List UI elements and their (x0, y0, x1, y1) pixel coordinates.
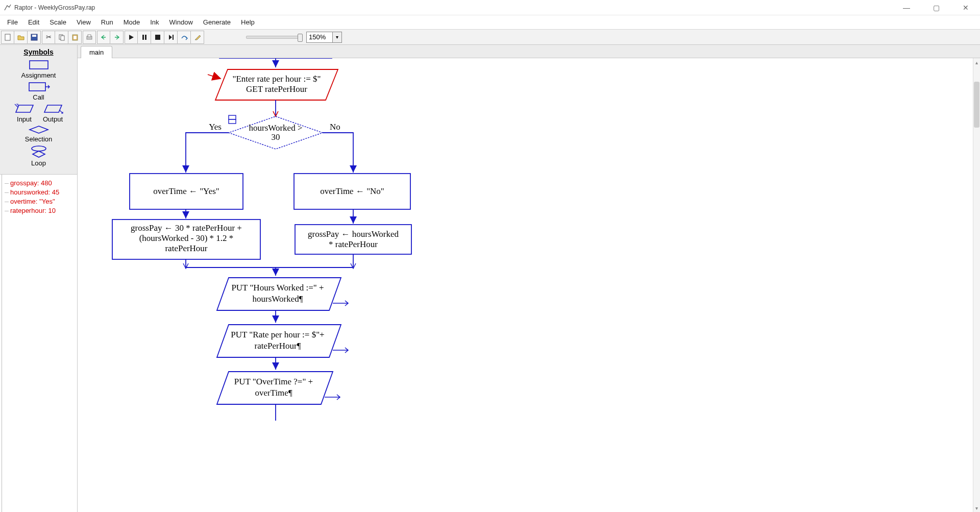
flow-output-rateperhour-t1: PUT "Rate per hour := $"+ (231, 330, 324, 339)
flow-decision-text1: hoursWorked > (249, 123, 302, 133)
var-hoursworked: hoursworked: 45 (3, 188, 74, 197)
flow-input-text2: GET ratePerHour (246, 84, 307, 94)
symbols-title: Symbols (2, 48, 75, 56)
flow-output-hoursworked-t2: hoursWorked¶ (253, 294, 303, 304)
flow-assign-grosspay-yes-t3: ratePerHour (165, 243, 207, 253)
scroll-thumb[interactable] (974, 82, 979, 128)
svg-rect-14 (29, 83, 45, 91)
window-title: Raptor - WeeklyGrossPay.rap (14, 4, 896, 11)
close-button[interactable]: ✕ (955, 4, 976, 12)
flow-assign-overtime-yes-text: overTime ← "Yes" (153, 186, 219, 196)
undo-button[interactable] (97, 31, 110, 44)
symbol-call-label: Call (33, 93, 44, 101)
flow-input-text1: "Enter rate per hour := $" (232, 74, 321, 84)
flow-assign-grosspay-yes-t2: (hoursWorked - 30) * 1.2 * (139, 233, 234, 243)
menu-view[interactable]: View (71, 16, 96, 28)
run-button[interactable] (125, 31, 138, 44)
svg-rect-2 (32, 35, 36, 37)
scroll-up-icon[interactable]: ▴ (973, 58, 980, 66)
scroll-down-icon[interactable]: ▾ (973, 504, 980, 512)
svg-rect-11 (155, 35, 160, 40)
step-button[interactable] (164, 31, 178, 44)
tabstrip: main (78, 45, 980, 58)
workspace: Symbols Assignment Call Input Output (0, 45, 980, 512)
svg-rect-6 (74, 36, 77, 39)
menu-run[interactable]: Run (96, 16, 118, 28)
paste-button[interactable] (68, 31, 82, 44)
menu-help[interactable]: Help (236, 16, 260, 28)
flow-output-overtime-t1: PUT "OverTime ?=" + (234, 377, 313, 386)
symbols-panel: Symbols Assignment Call Input Output (0, 45, 77, 175)
pencil-button[interactable] (191, 31, 204, 44)
flow-decision-text2: 30 (272, 132, 280, 142)
flow-assign-grosspay-no-t2: * ratePerHour (329, 239, 378, 249)
symbol-loop-label: Loop (31, 159, 46, 167)
symbol-output[interactable]: Output (42, 103, 64, 123)
var-overtime: overtime: "Yes" (3, 197, 74, 206)
symbol-output-label: Output (43, 115, 63, 123)
symbol-selection[interactable]: Selection (2, 125, 75, 143)
window-controls: — ▢ ✕ (896, 4, 976, 12)
var-grosspay: grosspay: 480 (3, 179, 74, 188)
pause-button[interactable] (138, 31, 151, 44)
svg-rect-13 (30, 61, 48, 69)
svg-rect-12 (173, 35, 174, 40)
symbol-loop[interactable]: Loop (2, 145, 75, 167)
svg-point-15 (32, 146, 46, 151)
var-rateperhour: rateperhour: 10 (3, 206, 74, 215)
zoom-dropdown[interactable]: ▾ (333, 32, 342, 43)
flowchart-canvas[interactable]: "Enter rate per hour := $" GET ratePerHo… (78, 58, 973, 512)
menu-mode[interactable]: Mode (118, 16, 145, 28)
speed-slider[interactable] (246, 36, 302, 39)
zoom-value[interactable]: 150% (306, 32, 333, 43)
symbol-selection-label: Selection (25, 135, 52, 143)
symbol-assignment-label: Assignment (21, 71, 56, 79)
menu-scale[interactable]: Scale (44, 16, 71, 28)
flow-output-hoursworked-t1: PUT "Hours Worked :=" + (231, 283, 324, 292)
svg-rect-9 (142, 35, 144, 40)
vertical-scrollbar[interactable]: ▴ ▾ (973, 58, 980, 512)
flow-assign-grosspay-yes-t1: grossPay ← 30 * ratePerHour + (131, 223, 242, 233)
svg-rect-21 (229, 119, 236, 124)
print-button[interactable] (83, 31, 96, 44)
titlebar: Raptor - WeeklyGrossPay.rap — ▢ ✕ (0, 0, 980, 15)
flow-assign-overtime-no-text: overTime ← "No" (320, 186, 384, 196)
variables-panel: grosspay: 480 hoursworked: 45 overtime: … (0, 175, 77, 512)
svg-rect-4 (61, 36, 64, 40)
menubar: File Edit Scale View Run Mode Ink Window… (0, 15, 980, 30)
minimize-button[interactable]: — (896, 4, 917, 12)
new-button[interactable] (1, 31, 14, 44)
redo-button[interactable] (110, 31, 124, 44)
flow-output-rateperhour-t2: ratePerHour¶ (255, 341, 301, 351)
flow-label-yes: Yes (209, 122, 222, 132)
menu-ink[interactable]: Ink (145, 16, 164, 28)
menu-file[interactable]: File (2, 16, 23, 28)
save-button[interactable] (28, 31, 41, 44)
cut-button[interactable]: ✂ (42, 31, 55, 44)
menu-generate[interactable]: Generate (198, 16, 236, 28)
copy-button[interactable] (55, 31, 68, 44)
menu-window[interactable]: Window (164, 16, 198, 28)
canvas-area: main "Enter (78, 45, 980, 512)
svg-rect-10 (145, 35, 146, 40)
symbol-input-label: Input (17, 115, 32, 123)
open-button[interactable] (14, 31, 28, 44)
tab-main[interactable]: main (81, 46, 112, 58)
flow-assign-grosspay-no-t1: grossPay ← hoursWorked (308, 229, 399, 239)
svg-rect-19 (229, 115, 236, 119)
menu-edit[interactable]: Edit (23, 16, 44, 28)
step-over-button[interactable] (178, 31, 191, 44)
app-logo-icon (4, 4, 11, 11)
toolbar: ✂ 150% ▾ (0, 30, 980, 45)
slider-thumb[interactable] (298, 34, 303, 42)
stop-button[interactable] (151, 31, 164, 44)
flow-label-no: No (330, 122, 340, 132)
symbol-call[interactable]: Call (2, 81, 75, 101)
svg-rect-0 (5, 34, 10, 40)
maximize-button[interactable]: ▢ (926, 4, 946, 12)
symbol-input[interactable]: Input (14, 103, 35, 123)
svg-rect-8 (88, 35, 91, 37)
scroll-track[interactable] (973, 66, 980, 504)
symbol-assignment[interactable]: Assignment (2, 59, 75, 79)
left-column: Symbols Assignment Call Input Output (0, 45, 78, 512)
